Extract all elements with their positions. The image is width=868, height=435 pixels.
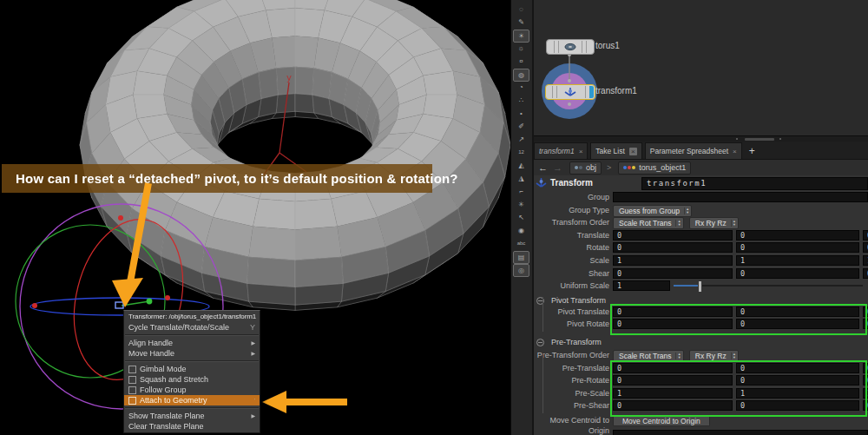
visualizer-pin-icon[interactable]: ◎ <box>513 264 529 277</box>
network-editor[interactable]: torus1 transform1 <box>531 0 868 135</box>
param-value-field[interactable]: 0 <box>736 319 859 329</box>
dropdown-rx-ry-rz[interactable]: Rx Ry Rz▴▾ <box>689 350 739 362</box>
tab-transform1[interactable]: transform1× <box>534 142 588 159</box>
new-tab-button[interactable]: + <box>749 143 755 159</box>
menu-item-gimbal-mode[interactable]: Gimbal Mode <box>124 364 260 374</box>
param-value-field[interactable]: 0 <box>863 363 868 373</box>
hand-grab-icon[interactable]: ◮ <box>514 173 529 184</box>
param-value-field[interactable] <box>613 192 868 202</box>
param-value-field[interactable]: 1 <box>613 280 670 291</box>
dropdown-scale-rot-trans[interactable]: Scale Rot Trans▴▾ <box>613 350 684 362</box>
point-light-icon[interactable]: ☼ <box>514 43 529 54</box>
param-value-field[interactable]: 0 <box>613 306 733 317</box>
param-value-field[interactable]: 0 <box>613 363 733 373</box>
param-value-field[interactable]: 0 <box>736 230 859 241</box>
slider-handle[interactable] <box>698 280 702 293</box>
param-value-field[interactable]: 0 <box>613 230 733 241</box>
param-value-field[interactable]: 0 <box>863 306 868 317</box>
dropdown-scale-rot-trans[interactable]: Scale Rot Trans▴▾ <box>613 217 684 229</box>
param-value-field[interactable]: 0 <box>863 268 868 279</box>
param-row-pre-transform: Pre-Transform <box>531 337 868 347</box>
uniform-scale-slider[interactable] <box>670 280 868 291</box>
node-name-input[interactable]: transform1 <box>641 177 868 190</box>
param-value-field[interactable]: 0 <box>863 230 868 241</box>
tab-close-icon[interactable]: × <box>579 148 583 155</box>
param-value-field[interactable]: 1 <box>613 255 733 266</box>
spinner-icon[interactable]: ▴▾ <box>731 353 735 359</box>
param-value-field[interactable]: 0 <box>863 319 868 329</box>
param-value-field[interactable]: 0 <box>863 242 868 253</box>
menu-item-align-handle[interactable]: Align Handle▶ <box>124 338 260 348</box>
param-value-field[interactable]: 1 <box>736 388 859 399</box>
menu-item-show-translate-plane[interactable]: Show Translate Plane▶ <box>124 411 260 421</box>
dropdown-guess-from-group[interactable]: Guess from Group▴▾ <box>613 205 692 217</box>
background-image-icon[interactable]: ▤ <box>513 251 529 264</box>
param-value-field[interactable]: 0 <box>736 363 859 373</box>
menu-item-squash-and-stretch[interactable]: Squash and Stretch <box>124 374 260 385</box>
tab-close-icon[interactable]: × <box>629 148 637 155</box>
bundle-spheres-icon[interactable]: ∴ <box>514 95 529 106</box>
param-value-field[interactable]: 1 <box>863 255 868 266</box>
node-torus1[interactable] <box>546 39 595 55</box>
edit-pencil-icon[interactable]: ↗ <box>514 134 529 145</box>
spinner-icon[interactable]: ▴▾ <box>731 220 735 227</box>
param-value-field[interactable]: 1 <box>863 388 868 399</box>
menu-item-clear-translate-plane[interactable]: Clear Translate Plane <box>124 421 260 432</box>
dropdown-rx-ry-rz[interactable]: Rx Ry Rz▴▾ <box>689 217 739 229</box>
text-label-icon[interactable]: abc <box>514 238 529 249</box>
spinner-icon[interactable]: ▴▾ <box>675 353 680 359</box>
tab-parameter-spreadsheet[interactable]: Parameter Spreadsheet× <box>645 142 742 159</box>
snap-multi-icon[interactable]: ↖ <box>514 212 529 223</box>
param-value-field[interactable]: 0 <box>736 242 859 253</box>
param-value-field[interactable]: 0 <box>613 400 733 411</box>
param-value-field[interactable]: 0 <box>613 268 733 279</box>
param-value-field[interactable]: 0 <box>863 375 868 386</box>
param-value-field[interactable]: 0 <box>863 400 868 411</box>
tab-close-icon[interactable]: × <box>733 148 737 155</box>
param-value-field[interactable]: 0 <box>736 400 859 411</box>
material-sphere-icon[interactable]: ◔ <box>514 82 529 93</box>
param-row-partial <box>531 430 868 435</box>
node-display-flag[interactable] <box>589 86 594 98</box>
nav-forward-icon[interactable]: → <box>553 162 562 173</box>
param-value-field[interactable]: 1 <box>613 388 733 399</box>
spinner-icon[interactable]: ▴▾ <box>675 220 680 227</box>
button-move-centroid-to-origin[interactable]: Move Centroid to Origin <box>613 415 710 426</box>
param-value-field[interactable]: 0 <box>736 268 859 279</box>
nav-back-icon[interactable]: ← <box>538 162 548 173</box>
param-value-field[interactable]: 0 <box>613 319 733 329</box>
environment-light-icon[interactable]: ◍ <box>513 69 529 82</box>
param-value-field[interactable]: 0 <box>736 375 859 386</box>
quickmark-icon[interactable]: 12 <box>514 147 529 158</box>
breadcrumb-obj[interactable]: obj <box>569 161 602 175</box>
param-value-field[interactable]: 1 <box>736 255 859 266</box>
point-icon[interactable]: • <box>514 108 529 119</box>
select-lasso-icon[interactable]: ◌ <box>514 3 529 15</box>
node-label-torus1: torus1 <box>595 41 620 50</box>
menu-item-move-handle[interactable]: Move Handle▶ <box>124 348 260 359</box>
menu-item-cycle-translate-rotate-scale[interactable]: Cycle Translate/Rotate/ScaleY <box>124 322 260 333</box>
spot-light-icon[interactable]: ¤ <box>514 56 529 67</box>
param-value-field[interactable]: 0 <box>736 306 859 317</box>
construction-plane-icon[interactable]: ⌐ <box>514 186 529 197</box>
snap-points-icon[interactable]: ✳ <box>514 199 529 210</box>
param-value-field[interactable] <box>613 430 868 435</box>
transform-node-icon <box>564 87 576 97</box>
record-icon[interactable]: ◉ <box>514 225 529 236</box>
spinner-icon[interactable]: ▴▾ <box>684 208 688 214</box>
hand-icon[interactable]: ◭ <box>514 160 529 171</box>
breadcrumb-torus-object1[interactable]: torus_object1 <box>618 161 691 175</box>
menu-item-attach-to-geometry[interactable]: Attach to Geometry’ <box>124 395 260 405</box>
paint-brush-icon[interactable]: ✎ <box>514 16 529 28</box>
menu-item-follow-group[interactable]: Follow Group <box>124 385 260 395</box>
modeler-wand-icon[interactable]: ✐ <box>514 121 529 132</box>
collapse-section-icon[interactable] <box>536 339 544 346</box>
tab-take-list[interactable]: Take List× <box>590 142 642 159</box>
viewport-3d[interactable]: y How can I reset a “detached” pivot, to… <box>0 0 510 435</box>
param-row-group: Group <box>531 192 868 202</box>
headlight-icon[interactable]: ☀ <box>513 30 529 43</box>
param-value-field[interactable]: 0 <box>613 242 733 253</box>
param-value-field[interactable]: 0 <box>613 375 733 386</box>
node-transform1[interactable] <box>545 84 595 100</box>
checkbox-icon <box>128 376 136 384</box>
